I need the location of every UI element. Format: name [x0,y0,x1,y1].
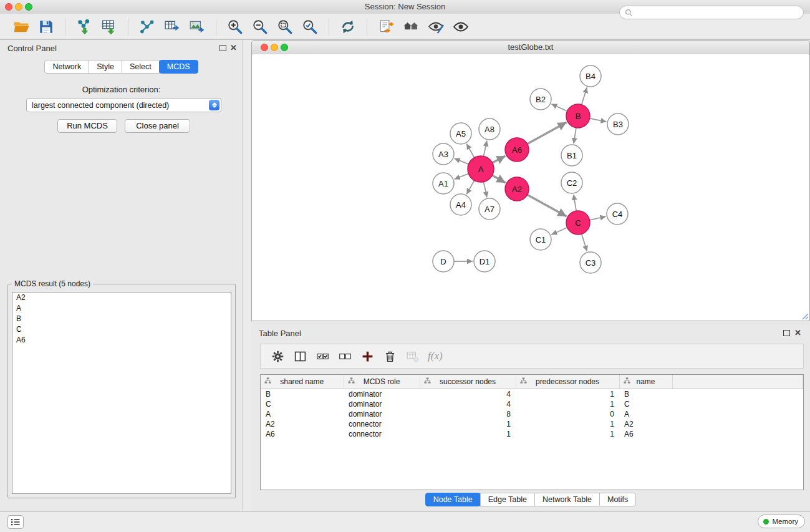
table-cell[interactable]: 4 [420,389,516,400]
close-panel-icon-button[interactable]: ✕ [230,45,237,51]
graph-edge-C-C1[interactable] [551,228,567,235]
table-cell[interactable]: 8 [420,409,516,419]
table-cell[interactable]: A2 [261,419,344,429]
tab-mcds[interactable]: MCDS [159,60,198,74]
task-history-button[interactable] [7,515,24,529]
table-close-panel-button[interactable]: ✕ [794,330,801,336]
column-header-mcds-role[interactable]: MCDS role [344,375,420,389]
graph-edge-B-B1[interactable] [574,128,576,143]
tab-edge-table[interactable]: Edge Table [480,493,535,506]
graph-edge-C-C2[interactable] [574,195,576,211]
mcds-result-list[interactable]: A2ABCA6 [12,292,231,494]
graph-edge-A-A6[interactable] [493,156,506,163]
search-input[interactable] [636,7,794,17]
add-row-button[interactable] [358,347,377,365]
graph-edge-A-A8[interactable] [484,141,487,157]
import-network-button[interactable] [74,16,95,37]
tab-node-table[interactable]: Node Table [425,493,481,506]
zoom-selected-button[interactable] [299,16,321,37]
graph-edge-A-A4[interactable] [466,180,474,194]
column-header-predecessor-nodes[interactable]: predecessor nodes [516,375,619,389]
table-cell[interactable]: A2 [619,419,672,429]
import-table-button[interactable] [99,16,120,37]
table-cell[interactable]: connector [344,419,420,429]
table-cell[interactable]: 1 [516,399,619,409]
result-item[interactable]: A [12,303,231,314]
column-header-shared-name[interactable]: shared name [261,375,344,389]
export-table-button[interactable] [162,16,183,37]
save-session-button[interactable] [36,16,57,37]
table-row[interactable]: A2connector11A2 [261,419,803,429]
zoom-in-button[interactable] [224,16,246,37]
show-columns-button[interactable] [291,347,309,365]
result-item[interactable]: C [12,324,231,335]
refresh-view-button[interactable] [337,16,359,37]
graph-edge-B-B4[interactable] [582,87,587,105]
float-panel-button[interactable] [219,45,226,51]
zoom-fit-button[interactable] [274,16,296,37]
table-row[interactable]: Cdominator41C [261,399,803,409]
resize-grip-icon[interactable] [800,311,809,320]
table-cell[interactable]: 1 [420,419,516,429]
reset-home-button[interactable] [400,16,422,37]
table-cell[interactable]: dominator [344,409,420,419]
table-cell[interactable]: 1 [516,419,619,429]
table-row[interactable]: Bdominator41B [261,389,803,400]
table-row[interactable]: Adominator80A [261,409,803,419]
graph-edge-C-C4[interactable] [590,216,606,220]
result-item[interactable]: A6 [12,335,231,346]
table-cell[interactable]: 1 [516,429,619,439]
graph-edge-A2-C[interactable] [528,195,567,216]
function-builder-button[interactable]: f(x) [428,350,443,362]
table-cell[interactable]: C [261,399,344,409]
result-item[interactable]: A2 [12,293,231,303]
graph-edge-A-A3[interactable] [455,158,469,164]
zoom-out-button[interactable] [249,16,271,37]
table-cell[interactable]: A [619,409,672,419]
network-canvas[interactable]: AA6A2BCA5A8A3A1A4A7B2B4B3B1C2C4C1C3DD1 [253,54,809,320]
tab-select[interactable]: Select [122,60,160,74]
close-panel-button[interactable]: Close panel [125,119,190,133]
graph-edge-B-B3[interactable] [590,118,607,122]
table-cell[interactable]: A [261,409,344,419]
open-file-panel-button[interactable] [375,16,397,37]
tab-network[interactable]: Network [44,60,89,74]
toolbar-search[interactable] [619,6,804,19]
table-cell[interactable]: A6 [619,429,672,439]
table-cell[interactable]: 0 [516,409,619,419]
table-cell[interactable]: 1 [420,429,516,439]
open-session-button[interactable] [11,16,32,37]
graph-edge-A-A1[interactable] [455,174,469,180]
table-cell[interactable]: connector [344,429,420,439]
deselect-all-button[interactable] [335,347,354,365]
show-details-button[interactable] [450,16,471,37]
graph-edge-A-A5[interactable] [466,144,474,158]
tab-network-table[interactable]: Network Table [534,493,600,506]
run-mcds-button[interactable]: Run MCDS [57,119,117,133]
export-network-button[interactable] [137,16,158,37]
table-cell[interactable]: 4 [420,399,516,409]
tab-motifs[interactable]: Motifs [599,493,636,506]
memory-button[interactable]: Memory [758,515,805,528]
table-row[interactable]: A6connector11A6 [261,429,803,439]
column-header-name[interactable]: name [619,375,672,389]
graph-edge-C-C3[interactable] [582,234,587,251]
table-cell[interactable]: dominator [344,399,420,409]
graph-edge-B-B2[interactable] [551,104,567,111]
network-window-titlebar[interactable]: testGlobe.txt [252,41,809,55]
table-cell[interactable]: B [619,389,672,400]
graph-edge-A-A7[interactable] [484,182,487,198]
node-table[interactable]: shared nameMCDS rolesuccessor nodesprede… [260,374,804,490]
table-cell[interactable]: C [619,399,672,409]
select-all-button[interactable] [313,347,332,365]
dropdown-stepper-icon[interactable] [209,100,219,110]
graph-edge-A-A2[interactable] [492,175,505,183]
table-cell[interactable]: A6 [261,429,344,439]
column-header-successor-nodes[interactable]: successor nodes [420,375,516,389]
toggle-annotations-button[interactable] [425,16,446,37]
table-cell[interactable]: B [261,389,344,400]
tab-style[interactable]: Style [89,60,122,74]
result-item[interactable]: B [12,314,231,324]
table-cell[interactable]: dominator [344,389,420,400]
network-graph[interactable]: AA6A2BCA5A8A3A1A4A7B2B4B3B1C2C4C1C3DD1 [253,54,809,320]
